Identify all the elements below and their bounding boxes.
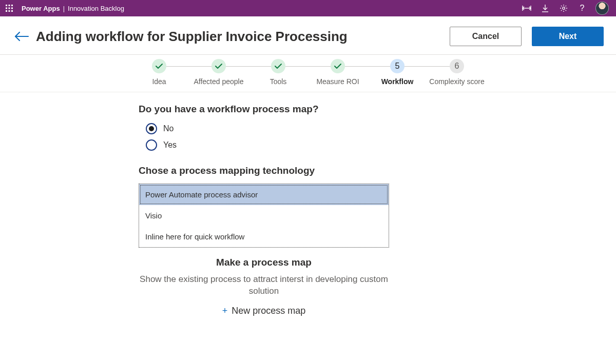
check-icon [152,59,166,73]
help-icon[interactable]: ? [577,3,587,13]
check-icon [331,59,345,73]
radio-option[interactable]: No [146,123,488,134]
step-label: Affected people [189,77,248,87]
settings-icon[interactable] [559,3,569,13]
question-workflow-map: Do you have a workflow process map? [139,104,488,115]
step-label: Tools [248,77,308,87]
svg-point-14 [563,7,565,10]
svg-rect-1 [9,5,10,6]
step-label: Idea [129,77,189,87]
page-title: Adding workflow for Supplier Invoice Pro… [36,29,450,45]
radio-circle [146,123,157,134]
wizard-step[interactable]: Idea [129,59,189,87]
app-name: Power Apps [22,5,60,12]
app-launcher-icon[interactable] [4,3,14,13]
svg-rect-2 [11,5,13,6]
step-number: 6 [450,59,464,73]
question-mapping-tech: Chose a process mapping technology [139,165,488,176]
topbar-actions: ? [522,2,609,15]
step-label: Complexity score [427,77,487,87]
listbox-option[interactable]: Inline here for quick workflow [139,226,389,247]
svg-rect-3 [6,8,7,9]
svg-rect-6 [6,10,7,12]
wizard-content: Do you have a workflow process map? NoYe… [128,92,488,332]
radio-option[interactable]: Yes [146,139,488,151]
listbox-option[interactable]: Power Automate process advisor [139,184,389,205]
wizard-step[interactable]: 6Complexity score [427,59,487,87]
app-divider: | [63,5,65,12]
svg-rect-0 [6,5,7,6]
fit-to-screen-icon[interactable] [522,3,532,13]
make-map-description: Show the existing process to attract int… [139,273,389,298]
wizard-step[interactable]: 5Workflow [368,59,427,87]
radio-label: No [163,124,174,133]
page-header: Adding workflow for Supplier Invoice Pro… [0,16,616,55]
plus-icon: + [222,306,228,316]
download-icon[interactable] [540,3,550,13]
step-label: Measure ROI [308,77,368,87]
next-button[interactable]: Next [532,27,604,46]
step-number: 5 [390,59,405,73]
svg-rect-4 [9,8,10,9]
svg-rect-8 [11,10,13,12]
check-icon [271,59,285,73]
wizard-step[interactable]: Tools [248,59,308,87]
app-context: Innovation Backlog [68,5,124,12]
workflow-map-radio-group: NoYes [146,123,488,151]
cancel-button[interactable]: Cancel [450,27,522,46]
wizard-stepper: IdeaAffected peopleToolsMeasure ROI5Work… [0,55,616,92]
back-button[interactable] [12,27,31,46]
user-avatar[interactable] [595,2,609,15]
mapping-tech-listbox[interactable]: Power Automate process advisorVisioInlin… [139,184,389,248]
radio-label: Yes [163,140,177,150]
new-process-map-label: New process map [232,306,305,316]
make-map-title: Make a process map [139,257,389,268]
step-label: Workflow [368,77,427,87]
global-top-bar: Power Apps | Innovation Backlog ? [0,0,616,16]
wizard-step[interactable]: Measure ROI [308,59,368,87]
new-process-map-button[interactable]: + New process map [222,306,306,316]
radio-circle [146,139,157,151]
svg-rect-7 [9,10,10,12]
check-icon [211,59,226,73]
wizard-step[interactable]: Affected people [189,59,248,87]
listbox-option[interactable]: Visio [139,205,389,226]
svg-rect-5 [11,8,13,9]
